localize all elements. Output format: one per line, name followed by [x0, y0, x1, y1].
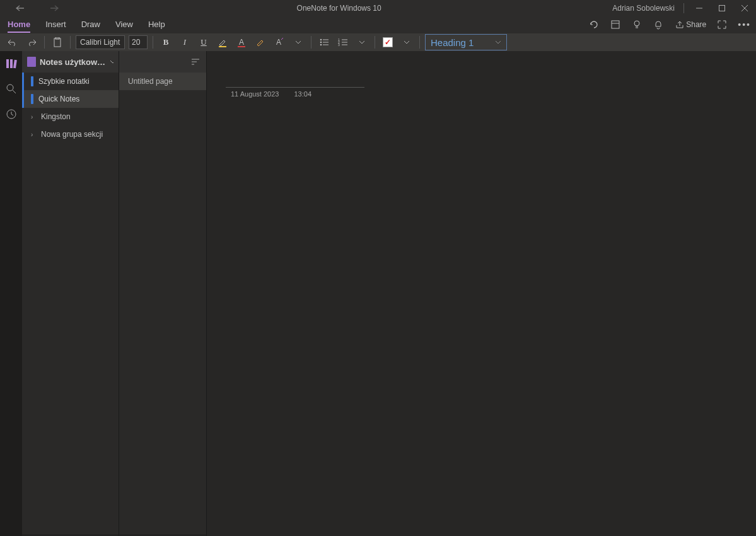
sort-pages-icon[interactable]: [191, 58, 200, 66]
svg-point-11: [320, 44, 322, 46]
svg-rect-5: [219, 46, 226, 47]
format-painter-button[interactable]: A: [272, 35, 287, 50]
tab-home[interactable]: Home: [8, 17, 30, 33]
section-label: Quick Notes: [38, 95, 79, 103]
todo-dropdown[interactable]: [399, 35, 414, 50]
app-title: OneNote for Windows 10: [66, 4, 612, 13]
svg-rect-3: [54, 38, 61, 47]
section-color-icon: [31, 94, 33, 104]
svg-text:A: A: [276, 38, 281, 47]
page-title-input[interactable]: [226, 70, 364, 88]
sync-icon[interactable]: [589, 20, 599, 30]
section-color-icon: [31, 76, 33, 86]
share-label: Share: [686, 20, 706, 29]
svg-point-18: [7, 84, 13, 91]
style-picker[interactable]: Heading 1: [425, 34, 507, 50]
section-group-label: Nowa grupa sekcji: [41, 130, 103, 139]
list-dropdown[interactable]: [354, 35, 369, 50]
svg-rect-7: [238, 46, 245, 47]
minimize-button[interactable]: [688, 0, 711, 16]
notebook-name: Notes użytkownika Adrian: [40, 57, 106, 67]
svg-rect-16: [10, 59, 13, 68]
back-button[interactable]: [9, 0, 32, 16]
clear-format-button[interactable]: [253, 35, 268, 50]
bold-button[interactable]: B: [158, 35, 173, 50]
note-canvas[interactable]: 11 August 2023 13:04: [207, 51, 756, 536]
section-item[interactable]: Szybkie notatki: [22, 73, 119, 90]
bullet-list-button[interactable]: [317, 35, 332, 50]
separator: [70, 36, 71, 49]
section-item[interactable]: Quick Notes: [22, 90, 119, 108]
chevron-right-icon: ›: [31, 131, 36, 138]
separator: [311, 36, 311, 49]
undo-button[interactable]: [5, 35, 20, 50]
redo-button[interactable]: [24, 35, 39, 50]
svg-point-2: [634, 21, 639, 26]
notifications-icon[interactable]: [653, 20, 663, 30]
svg-rect-0: [719, 5, 725, 11]
share-button[interactable]: Share: [675, 20, 706, 29]
forward-button[interactable]: [43, 0, 66, 16]
page-date: 11 August 2023: [231, 90, 279, 98]
font-name-input[interactable]: Calibri Light: [76, 35, 125, 49]
page-label: Untitled page: [128, 77, 173, 86]
tab-draw[interactable]: Draw: [81, 17, 100, 33]
svg-text:A: A: [239, 38, 244, 47]
more-icon[interactable]: •••: [738, 20, 751, 30]
tab-view[interactable]: View: [115, 17, 133, 33]
open-in-desktop-icon[interactable]: [610, 20, 620, 30]
section-group[interactable]: › Kingston: [22, 108, 119, 125]
chevron-down-icon: [110, 60, 113, 64]
recent-rail-icon[interactable]: [4, 107, 19, 122]
maximize-button[interactable]: [711, 0, 733, 16]
notebooks-rail-icon[interactable]: [4, 56, 19, 71]
underline-button[interactable]: U: [196, 35, 211, 50]
font-color-button[interactable]: A: [234, 35, 249, 50]
tab-help[interactable]: Help: [148, 17, 165, 33]
todo-tag-button[interactable]: ✓: [380, 35, 395, 50]
font-size-input[interactable]: 20: [129, 35, 148, 49]
page-item[interactable]: Untitled page: [119, 73, 206, 90]
close-button[interactable]: [733, 0, 756, 16]
separator: [375, 36, 375, 49]
separator: [153, 36, 153, 49]
svg-rect-17: [13, 60, 17, 68]
section-group[interactable]: › Nowa grupa sekcji: [22, 125, 119, 143]
highlight-button[interactable]: [215, 35, 230, 50]
notebook-picker[interactable]: Notes użytkownika Adrian: [22, 51, 119, 73]
lightbulb-icon[interactable]: [632, 20, 642, 30]
divider: [683, 3, 684, 13]
section-group-label: Kingston: [41, 112, 71, 121]
search-rail-icon[interactable]: [4, 81, 19, 96]
user-name[interactable]: Adrian Sobolewski: [612, 4, 680, 13]
paste-button[interactable]: [50, 35, 65, 50]
svg-rect-1: [612, 21, 619, 28]
page-time: 13:04: [294, 90, 311, 98]
more-formatting-dropdown[interactable]: [291, 35, 306, 50]
tab-insert[interactable]: Insert: [45, 17, 66, 33]
style-picker-label: Heading 1: [431, 37, 474, 48]
svg-rect-15: [6, 59, 9, 68]
svg-point-10: [320, 42, 322, 44]
section-label: Szybkie notatki: [38, 77, 90, 86]
fullscreen-icon[interactable]: [718, 20, 726, 29]
number-list-button[interactable]: 123: [335, 35, 351, 50]
separator: [419, 36, 420, 49]
chevron-right-icon: ›: [31, 114, 36, 120]
svg-point-9: [320, 39, 322, 41]
separator: [44, 36, 45, 49]
svg-text:3: 3: [338, 43, 340, 47]
notebook-icon: [27, 57, 36, 67]
italic-button[interactable]: I: [177, 35, 192, 50]
